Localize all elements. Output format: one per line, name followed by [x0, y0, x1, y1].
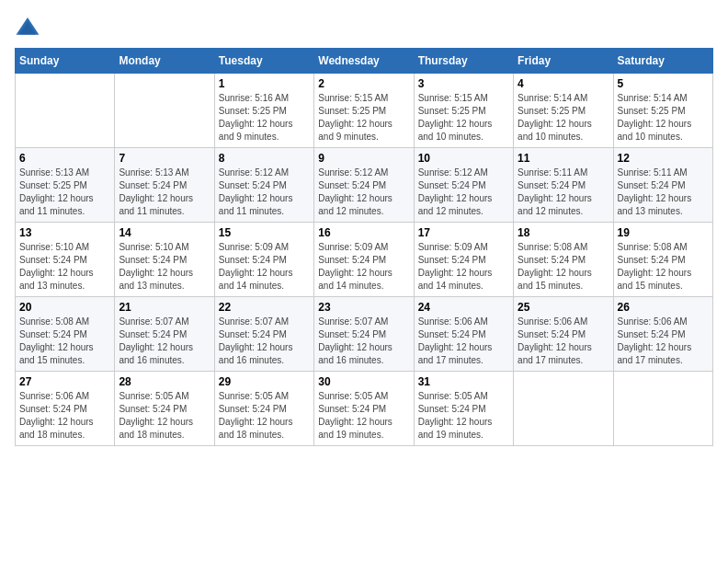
day-number: 26 — [618, 301, 709, 314]
day-info: Sunrise: 5:05 AM Sunset: 5:24 PM Dayligh… — [119, 390, 210, 442]
day-number: 21 — [119, 301, 210, 314]
day-info: Sunrise: 5:10 AM Sunset: 5:24 PM Dayligh… — [119, 241, 210, 293]
day-info: Sunrise: 5:09 AM Sunset: 5:24 PM Dayligh… — [219, 241, 310, 293]
day-info: Sunrise: 5:08 AM Sunset: 5:24 PM Dayligh… — [618, 241, 709, 293]
calendar-table: SundayMondayTuesdayWednesdayThursdayFrid… — [15, 48, 713, 446]
day-info: Sunrise: 5:07 AM Sunset: 5:24 PM Dayligh… — [318, 316, 409, 367]
day-number: 9 — [318, 152, 409, 165]
day-number: 11 — [518, 152, 609, 165]
weekday-header: Sunday — [16, 49, 115, 74]
day-number: 2 — [318, 77, 409, 90]
day-number: 25 — [518, 301, 609, 314]
day-info: Sunrise: 5:16 AM Sunset: 5:25 PM Dayligh… — [219, 92, 310, 144]
day-info: Sunrise: 5:06 AM Sunset: 5:24 PM Dayligh… — [618, 316, 709, 367]
day-info: Sunrise: 5:12 AM Sunset: 5:24 PM Dayligh… — [219, 167, 310, 218]
calendar-cell: 6Sunrise: 5:13 AM Sunset: 5:25 PM Daylig… — [16, 148, 115, 223]
calendar-cell: 16Sunrise: 5:09 AM Sunset: 5:24 PM Dayli… — [314, 223, 414, 297]
day-info: Sunrise: 5:14 AM Sunset: 5:25 PM Dayligh… — [518, 92, 609, 144]
day-number: 16 — [318, 226, 409, 239]
calendar-cell: 26Sunrise: 5:06 AM Sunset: 5:24 PM Dayli… — [613, 297, 712, 372]
calendar-body: 1Sunrise: 5:16 AM Sunset: 5:25 PM Daylig… — [16, 74, 713, 446]
calendar-cell: 19Sunrise: 5:08 AM Sunset: 5:24 PM Dayli… — [613, 223, 712, 297]
day-number: 10 — [418, 152, 509, 165]
day-info: Sunrise: 5:06 AM Sunset: 5:24 PM Dayligh… — [19, 390, 110, 442]
day-number: 19 — [618, 226, 709, 239]
day-number: 24 — [418, 301, 509, 314]
weekday-header: Wednesday — [314, 49, 414, 74]
calendar-cell: 11Sunrise: 5:11 AM Sunset: 5:24 PM Dayli… — [514, 148, 613, 223]
day-info: Sunrise: 5:05 AM Sunset: 5:24 PM Dayligh… — [219, 390, 310, 442]
calendar-cell: 27Sunrise: 5:06 AM Sunset: 5:24 PM Dayli… — [16, 372, 115, 446]
day-info: Sunrise: 5:09 AM Sunset: 5:24 PM Dayligh… — [418, 241, 509, 293]
calendar-cell: 13Sunrise: 5:10 AM Sunset: 5:24 PM Dayli… — [16, 223, 115, 297]
day-number: 28 — [119, 375, 210, 388]
day-number: 31 — [418, 375, 509, 388]
day-info: Sunrise: 5:12 AM Sunset: 5:24 PM Dayligh… — [318, 167, 409, 218]
day-info: Sunrise: 5:06 AM Sunset: 5:24 PM Dayligh… — [418, 316, 509, 367]
calendar-cell: 2Sunrise: 5:15 AM Sunset: 5:25 PM Daylig… — [314, 74, 414, 148]
day-info: Sunrise: 5:12 AM Sunset: 5:24 PM Dayligh… — [418, 167, 509, 218]
calendar-cell: 14Sunrise: 5:10 AM Sunset: 5:24 PM Dayli… — [115, 223, 214, 297]
day-info: Sunrise: 5:14 AM Sunset: 5:25 PM Dayligh… — [618, 92, 709, 144]
day-info: Sunrise: 5:08 AM Sunset: 5:24 PM Dayligh… — [518, 241, 609, 293]
calendar-cell: 1Sunrise: 5:16 AM Sunset: 5:25 PM Daylig… — [214, 74, 313, 148]
logo-icon — [15, 15, 40, 40]
calendar-cell: 5Sunrise: 5:14 AM Sunset: 5:25 PM Daylig… — [613, 74, 712, 148]
day-info: Sunrise: 5:08 AM Sunset: 5:24 PM Dayligh… — [19, 316, 110, 367]
day-number: 4 — [518, 77, 609, 90]
day-number: 3 — [418, 77, 509, 90]
calendar-cell: 10Sunrise: 5:12 AM Sunset: 5:24 PM Dayli… — [414, 148, 513, 223]
page-header — [15, 15, 713, 40]
day-number: 12 — [618, 152, 709, 165]
calendar-cell: 9Sunrise: 5:12 AM Sunset: 5:24 PM Daylig… — [314, 148, 414, 223]
weekday-header: Tuesday — [214, 49, 313, 74]
calendar-cell: 15Sunrise: 5:09 AM Sunset: 5:24 PM Dayli… — [214, 223, 313, 297]
day-info: Sunrise: 5:09 AM Sunset: 5:24 PM Dayligh… — [318, 241, 409, 293]
calendar-week-row: 1Sunrise: 5:16 AM Sunset: 5:25 PM Daylig… — [16, 74, 713, 148]
day-info: Sunrise: 5:15 AM Sunset: 5:25 PM Dayligh… — [318, 92, 409, 144]
calendar-cell: 22Sunrise: 5:07 AM Sunset: 5:24 PM Dayli… — [214, 297, 313, 372]
calendar-cell: 3Sunrise: 5:15 AM Sunset: 5:25 PM Daylig… — [414, 74, 513, 148]
day-info: Sunrise: 5:11 AM Sunset: 5:24 PM Dayligh… — [518, 167, 609, 218]
day-number: 30 — [318, 375, 409, 388]
calendar-cell: 24Sunrise: 5:06 AM Sunset: 5:24 PM Dayli… — [414, 297, 513, 372]
day-info: Sunrise: 5:13 AM Sunset: 5:24 PM Dayligh… — [119, 167, 210, 218]
day-number: 8 — [219, 152, 310, 165]
calendar-week-row: 27Sunrise: 5:06 AM Sunset: 5:24 PM Dayli… — [16, 372, 713, 446]
weekday-header: Monday — [115, 49, 214, 74]
calendar-cell: 12Sunrise: 5:11 AM Sunset: 5:24 PM Dayli… — [613, 148, 712, 223]
day-info: Sunrise: 5:05 AM Sunset: 5:24 PM Dayligh… — [418, 390, 509, 442]
calendar-cell: 20Sunrise: 5:08 AM Sunset: 5:24 PM Dayli… — [16, 297, 115, 372]
calendar-cell: 31Sunrise: 5:05 AM Sunset: 5:24 PM Dayli… — [414, 372, 513, 446]
calendar-cell: 4Sunrise: 5:14 AM Sunset: 5:25 PM Daylig… — [514, 74, 613, 148]
calendar-cell: 28Sunrise: 5:05 AM Sunset: 5:24 PM Dayli… — [115, 372, 214, 446]
calendar-week-row: 20Sunrise: 5:08 AM Sunset: 5:24 PM Dayli… — [16, 297, 713, 372]
day-info: Sunrise: 5:11 AM Sunset: 5:24 PM Dayligh… — [618, 167, 709, 218]
day-number: 15 — [219, 226, 310, 239]
day-number: 5 — [618, 77, 709, 90]
day-number: 29 — [219, 375, 310, 388]
day-number: 13 — [19, 226, 110, 239]
calendar-cell: 25Sunrise: 5:06 AM Sunset: 5:24 PM Dayli… — [514, 297, 613, 372]
day-number: 18 — [518, 226, 609, 239]
calendar-cell: 21Sunrise: 5:07 AM Sunset: 5:24 PM Dayli… — [115, 297, 214, 372]
calendar-cell — [514, 372, 613, 446]
day-number: 7 — [119, 152, 210, 165]
day-info: Sunrise: 5:13 AM Sunset: 5:25 PM Dayligh… — [19, 167, 110, 218]
weekday-header: Saturday — [613, 49, 712, 74]
day-number: 1 — [219, 77, 310, 90]
calendar-cell — [613, 372, 712, 446]
day-info: Sunrise: 5:05 AM Sunset: 5:24 PM Dayligh… — [318, 390, 409, 442]
day-number: 20 — [19, 301, 110, 314]
weekday-header: Thursday — [414, 49, 513, 74]
calendar-week-row: 13Sunrise: 5:10 AM Sunset: 5:24 PM Dayli… — [16, 223, 713, 297]
calendar-cell: 23Sunrise: 5:07 AM Sunset: 5:24 PM Dayli… — [314, 297, 414, 372]
calendar-cell: 30Sunrise: 5:05 AM Sunset: 5:24 PM Dayli… — [314, 372, 414, 446]
day-info: Sunrise: 5:10 AM Sunset: 5:24 PM Dayligh… — [19, 241, 110, 293]
calendar-cell: 18Sunrise: 5:08 AM Sunset: 5:24 PM Dayli… — [514, 223, 613, 297]
day-number: 27 — [19, 375, 110, 388]
day-info: Sunrise: 5:07 AM Sunset: 5:24 PM Dayligh… — [219, 316, 310, 367]
weekday-header: Friday — [514, 49, 613, 74]
day-info: Sunrise: 5:07 AM Sunset: 5:24 PM Dayligh… — [119, 316, 210, 367]
calendar-cell — [16, 74, 115, 148]
